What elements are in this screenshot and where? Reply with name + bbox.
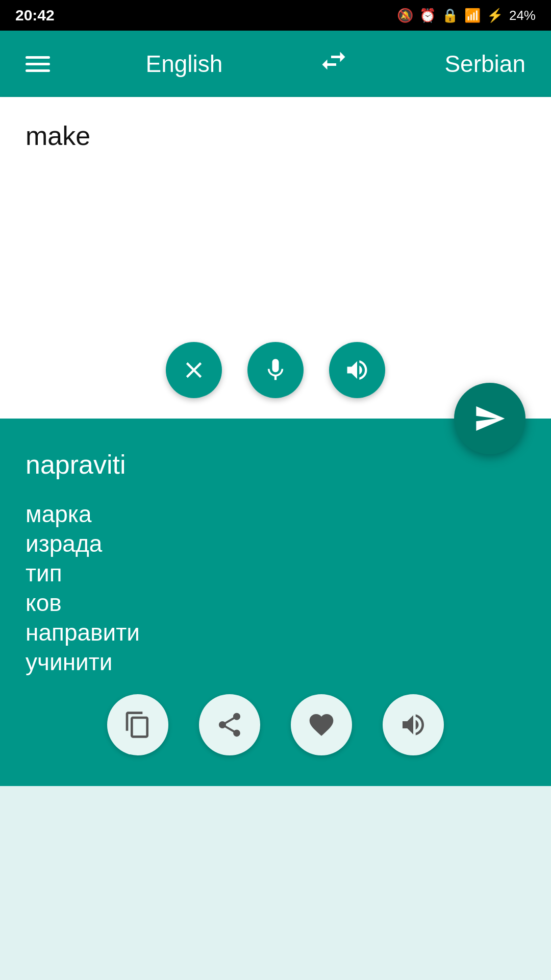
battery-icon: ⚡	[487, 8, 503, 23]
alt-translation-1: израда	[26, 530, 525, 557]
battery-pct: 24%	[509, 8, 536, 23]
input-controls	[26, 332, 525, 403]
input-text[interactable]: make	[26, 117, 525, 332]
close-icon	[181, 357, 207, 383]
share-icon	[215, 710, 244, 739]
send-icon	[473, 402, 506, 435]
alt-translation-5: учинити	[26, 648, 525, 676]
copy-button[interactable]	[107, 694, 168, 755]
share-button[interactable]	[199, 694, 260, 755]
clear-button[interactable]	[166, 342, 222, 398]
swap-languages-button[interactable]	[318, 45, 349, 82]
alt-translation-2: тип	[26, 559, 525, 587]
alt-translation-3: ков	[26, 589, 525, 617]
alt-translation-0: марка	[26, 500, 525, 528]
status-bar: 20:42 🔕 ⏰ 🔒 📶 ⚡ 24%	[0, 0, 551, 31]
status-icons: 🔕 ⏰ 🔒 📶 ⚡ 24%	[397, 8, 536, 23]
translate-button[interactable]	[454, 383, 525, 454]
input-section: make	[0, 97, 551, 419]
output-action-buttons	[0, 674, 551, 771]
target-language-label[interactable]: Serbian	[444, 50, 525, 78]
lock-icon: 🔒	[442, 8, 458, 23]
microphone-icon	[262, 357, 289, 383]
alarm-icon: ⏰	[419, 8, 436, 23]
header: English Serbian	[0, 31, 551, 97]
menu-line-2	[26, 63, 50, 65]
menu-line-3	[26, 69, 50, 72]
status-time: 20:42	[15, 7, 55, 24]
menu-line-1	[26, 56, 50, 59]
notification-icon: 🔕	[397, 8, 413, 23]
main-translation: napraviti	[26, 449, 525, 480]
volume-icon	[344, 357, 370, 383]
menu-button[interactable]	[26, 56, 50, 72]
signal-icon: 📶	[464, 8, 481, 23]
alt-translations: марка израда тип ков направити учинити	[26, 500, 525, 676]
output-section: napraviti марка израда тип ков направити…	[0, 419, 551, 786]
source-language-label[interactable]: English	[146, 50, 223, 78]
output-volume-icon	[399, 710, 428, 739]
favorite-button[interactable]	[291, 694, 352, 755]
input-audio-button[interactable]	[329, 342, 385, 398]
copy-icon	[123, 710, 152, 739]
microphone-button[interactable]	[247, 342, 304, 398]
alt-translation-4: направити	[26, 619, 525, 646]
heart-icon	[307, 710, 336, 739]
output-audio-button[interactable]	[383, 694, 444, 755]
